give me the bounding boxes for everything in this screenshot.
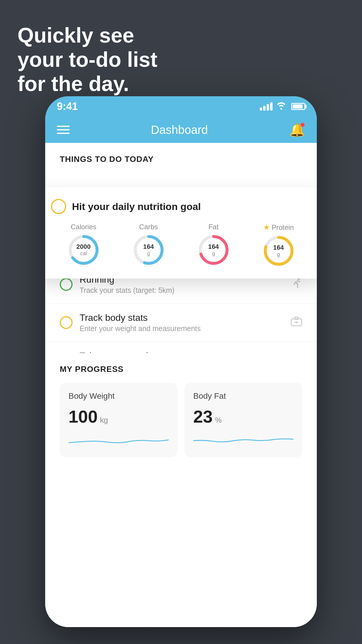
status-time: 9:41 [57, 100, 78, 113]
body-weight-chart [68, 433, 169, 447]
carbs-label: Carbs [139, 223, 158, 231]
nutrition-card-title: Hit your daily nutrition goal [72, 201, 201, 212]
content-area: Hit your daily nutrition goal Calories 2… [45, 170, 317, 178]
carbs-value: 164g [143, 243, 154, 257]
body-weight-title: Body Weight [68, 391, 169, 401]
notification-button[interactable]: 🔔 [289, 122, 305, 137]
nutrition-check-circle[interactable] [51, 199, 66, 214]
card-title-row: Hit your daily nutrition goal [51, 199, 311, 214]
nav-title: Dashboard [151, 123, 208, 136]
calories-ring: 2000cal [68, 234, 100, 266]
todo-text-body-stats: Track body stats Enter your weight and m… [80, 312, 284, 333]
nutrition-card: Hit your daily nutrition goal Calories 2… [45, 187, 317, 279]
body-weight-unit: kg [100, 416, 108, 425]
fat-label: Fat [208, 223, 219, 231]
body-weight-number: 100 [68, 407, 98, 427]
calories-value: 2000cal [76, 243, 91, 257]
progress-section: MY PROGRESS Body Weight 100 kg Body Fat [45, 353, 317, 469]
battery-icon [291, 103, 305, 110]
todo-circle-body-stats [60, 316, 73, 329]
body-weight-value-row: 100 kg [68, 407, 169, 427]
nutrition-protein: ★ Protein 164g [263, 223, 295, 267]
signal-icon [260, 102, 273, 111]
scale-icon [291, 316, 302, 329]
body-weight-card[interactable]: Body Weight 100 kg [60, 383, 178, 457]
protein-ring: 164g [263, 235, 295, 267]
carbs-ring: 164g [133, 234, 165, 266]
notification-dot [301, 123, 305, 127]
todo-item-body-stats[interactable]: Track body stats Enter your weight and m… [45, 304, 317, 342]
svg-rect-9 [295, 317, 298, 319]
status-bar: 9:41 [45, 96, 317, 117]
todo-title-body-stats: Track body stats [80, 312, 284, 323]
hamburger-line [57, 129, 70, 130]
app-content: THINGS TO DO TODAY Hit your daily nutrit… [45, 143, 317, 627]
nutrition-carbs: Carbs 164g [133, 223, 165, 266]
body-fat-number: 23 [193, 407, 213, 427]
wifi-icon [276, 102, 287, 112]
fat-value: 164g [208, 243, 219, 257]
section-header-today: THINGS TO DO TODAY [45, 143, 317, 170]
progress-section-title: MY PROGRESS [60, 365, 302, 374]
body-fat-title: Body Fat [193, 391, 294, 401]
phone-mockup: 9:41 Dashboard 🔔 [45, 96, 317, 627]
body-fat-chart [193, 433, 294, 447]
todo-subtitle-body-stats: Enter your weight and measurements [80, 324, 284, 333]
nutrition-fat: Fat 164g [198, 223, 230, 266]
hamburger-line [57, 133, 70, 134]
nutrition-calories: Calories 2000cal [68, 223, 100, 266]
calories-label: Calories [71, 223, 96, 231]
body-fat-value-row: 23 % [193, 407, 294, 427]
status-icons [260, 102, 305, 112]
headline: Quickly see your to-do list for the day. [17, 23, 157, 96]
todo-circle-running [60, 278, 73, 291]
hamburger-menu[interactable] [57, 126, 70, 134]
fat-ring: 164g [198, 234, 230, 266]
star-icon: ★ [263, 223, 270, 232]
protein-value: 164g [273, 244, 284, 258]
hamburger-line [57, 126, 70, 127]
progress-cards: Body Weight 100 kg Body Fat 23 % [60, 383, 302, 457]
todo-subtitle-running: Track your stats (target: 5km) [80, 286, 284, 295]
running-icon [291, 278, 302, 291]
nav-bar: Dashboard 🔔 [45, 117, 317, 143]
body-fat-card[interactable]: Body Fat 23 % [184, 383, 302, 457]
body-fat-unit: % [215, 416, 222, 425]
nutrition-grid: Calories 2000cal Carbs [51, 223, 311, 267]
protein-label: ★ Protein [263, 223, 294, 232]
